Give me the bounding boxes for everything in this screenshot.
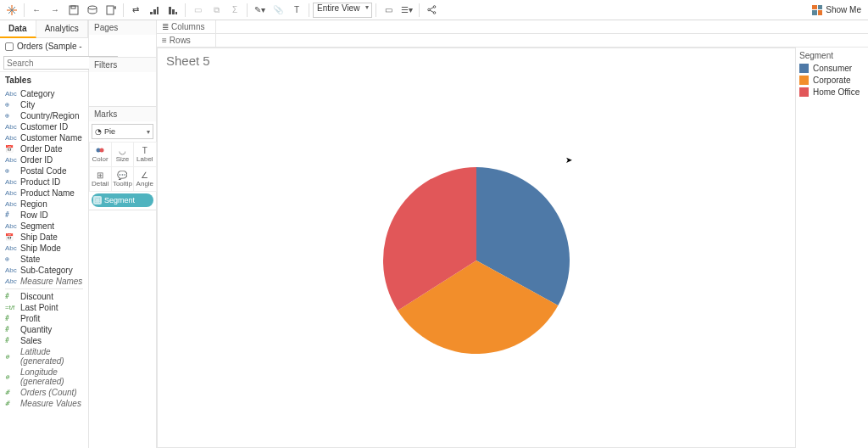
- field-item[interactable]: #Profit: [0, 313, 88, 324]
- field-item[interactable]: AbcRegion: [0, 199, 88, 210]
- field-name: Latitude (generated): [20, 347, 83, 366]
- pages-shelf[interactable]: [89, 35, 156, 57]
- field-item[interactable]: AbcOrder ID: [0, 154, 88, 165]
- field-item[interactable]: ⊕Longitude (generated): [0, 367, 88, 387]
- field-name: Sub-Category: [20, 266, 73, 275]
- svg-rect-12: [157, 7, 159, 14]
- field-item[interactable]: AbcSegment: [0, 221, 88, 232]
- field-type-icon: Abc: [5, 266, 17, 274]
- highlight-button[interactable]: ▭: [189, 2, 206, 19]
- field-item[interactable]: #Row ID: [0, 210, 88, 221]
- field-item[interactable]: AbcShip Mode: [0, 243, 88, 254]
- field-item[interactable]: AbcCustomer Name: [0, 132, 88, 143]
- field-item[interactable]: #Quantity: [0, 324, 88, 335]
- field-item[interactable]: AbcProduct Name: [0, 188, 88, 199]
- columns-shelf[interactable]: ≣Columns: [157, 20, 868, 34]
- field-name: Customer ID: [20, 122, 68, 132]
- svg-rect-7: [107, 6, 114, 14]
- marks-angle-button[interactable]: ∠Angle: [133, 166, 156, 192]
- field-item[interactable]: 📅Order Date: [0, 143, 88, 154]
- field-item[interactable]: =t/fLast Point: [0, 302, 88, 313]
- legend-item[interactable]: Home Office: [799, 87, 865, 97]
- field-item[interactable]: AbcProduct ID: [0, 176, 88, 188]
- marks-size-button[interactable]: ◡Size: [111, 142, 134, 167]
- marks-tooltip-button[interactable]: 💬Tooltip: [111, 166, 134, 192]
- group-button[interactable]: ⧉: [208, 2, 225, 19]
- field-item[interactable]: ⊕Latitude (generated): [0, 346, 88, 367]
- tab-analytics[interactable]: Analytics: [36, 20, 88, 37]
- field-item[interactable]: AbcSub-Category: [0, 265, 88, 276]
- field-item[interactable]: ⊕Postal Code: [0, 165, 88, 176]
- sheet-title[interactable]: Sheet 5: [158, 48, 795, 73]
- forward-button[interactable]: →: [47, 2, 64, 19]
- field-item[interactable]: ⊕State: [0, 254, 88, 265]
- cards-button[interactable]: ☰▾: [398, 2, 415, 19]
- field-item[interactable]: #Orders (Count): [0, 387, 88, 398]
- field-name: Category: [20, 89, 55, 98]
- swap-button[interactable]: ⇄: [127, 2, 144, 19]
- field-name: Product Name: [20, 188, 75, 198]
- marks-color-button[interactable]: Color: [89, 142, 112, 167]
- new-worksheet-button[interactable]: [103, 2, 120, 19]
- field-item[interactable]: AbcCustomer ID: [0, 121, 88, 132]
- datasource-item[interactable]: Orders (Sample - Sup...: [0, 38, 88, 54]
- field-name: Profit: [20, 314, 40, 323]
- legend-swatch: [799, 76, 809, 85]
- field-type-icon: #: [5, 400, 17, 407]
- field-item[interactable]: AbcMeasure Names: [0, 276, 88, 287]
- shelf-column: Pages Filters Marks ◔ Pie Color ◡Size TL…: [89, 20, 157, 448]
- field-item[interactable]: #Measure Values: [0, 398, 88, 409]
- marks-shelf-title: Marks: [89, 107, 156, 121]
- field-name: Country/Region: [20, 111, 79, 120]
- legend-item[interactable]: Consumer: [799, 64, 865, 73]
- share-icon[interactable]: [423, 2, 440, 19]
- field-item[interactable]: #Sales: [0, 335, 88, 346]
- field-name: Postal Code: [20, 166, 66, 176]
- presentation-mode-button[interactable]: ▭: [380, 2, 397, 19]
- legend-label: Corporate: [813, 76, 850, 85]
- marks-detail-button[interactable]: ⊞Detail: [89, 166, 112, 192]
- field-name: Orders (Count): [20, 388, 77, 397]
- svg-line-19: [430, 8, 434, 10]
- pen-icon[interactable]: ✎▾: [251, 2, 268, 19]
- sort-asc-button[interactable]: [146, 2, 163, 19]
- field-type-icon: #: [5, 211, 17, 219]
- field-type-icon: #: [5, 293, 17, 300]
- mark-type-select[interactable]: ◔ Pie: [92, 124, 153, 139]
- field-name: Ship Mode: [20, 244, 61, 253]
- back-button[interactable]: ←: [28, 2, 45, 19]
- tooltip-icon: 💬: [117, 170, 127, 180]
- color-pill-segment[interactable]: ⬚ Segment: [92, 193, 153, 207]
- tab-data[interactable]: Data: [0, 20, 36, 38]
- cursor-icon: ➤: [565, 155, 572, 165]
- text-icon[interactable]: T: [288, 2, 305, 19]
- show-me-icon: [812, 5, 822, 15]
- field-type-icon: #: [5, 326, 17, 333]
- field-name: Customer Name: [20, 133, 82, 143]
- fit-mode-select[interactable]: Entire View: [313, 3, 372, 18]
- new-data-button[interactable]: [84, 2, 101, 19]
- sheet-canvas[interactable]: Sheet 5 ➤: [157, 48, 796, 448]
- data-pane: Data Analytics Orders (Sample - Sup... 🔍…: [0, 20, 89, 448]
- legend-item[interactable]: Corporate: [799, 76, 865, 85]
- svg-rect-13: [169, 7, 171, 14]
- show-me-button[interactable]: Show Me: [809, 5, 865, 15]
- field-item[interactable]: AbcCategory: [0, 88, 88, 99]
- filters-shelf[interactable]: [89, 72, 156, 106]
- top-toolbar: ← → ⇄ ▭ ⧉ Σ ✎▾ 📎 T Entire View ▭ ☰▾ Show…: [0, 0, 868, 20]
- field-item[interactable]: ⊕Country/Region: [0, 110, 88, 121]
- legend-title: Segment: [799, 51, 865, 60]
- clip-icon[interactable]: 📎: [270, 2, 287, 19]
- svg-rect-5: [71, 6, 75, 8]
- field-type-icon: Abc: [5, 156, 17, 164]
- totals-button[interactable]: Σ: [226, 2, 243, 19]
- save-button[interactable]: [65, 2, 82, 19]
- sort-desc-button[interactable]: [164, 2, 181, 19]
- field-type-icon: ⊕: [5, 167, 17, 175]
- rows-shelf[interactable]: ≡Rows: [157, 34, 868, 48]
- field-item[interactable]: #Discount: [0, 291, 88, 302]
- field-item[interactable]: 📅Ship Date: [0, 232, 88, 243]
- field-item[interactable]: ⊕City: [0, 99, 88, 110]
- pie-chart[interactable]: [379, 163, 574, 358]
- marks-label-button[interactable]: TLabel: [133, 142, 156, 167]
